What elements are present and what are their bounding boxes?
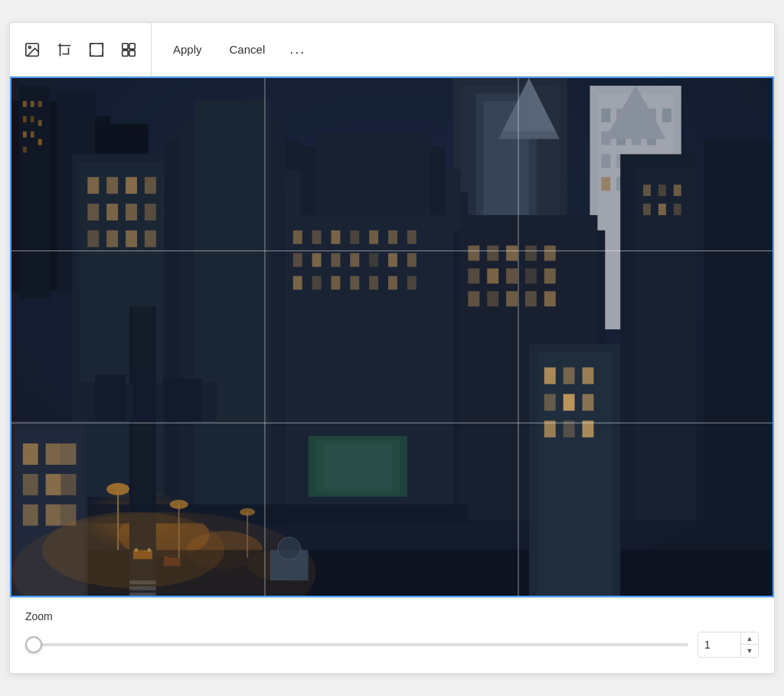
zoom-input-container: 1 ▲ ▼ <box>697 632 759 658</box>
svg-rect-6 <box>129 43 135 48</box>
apply-button[interactable]: Apply <box>159 37 216 62</box>
image-tool-button[interactable] <box>18 35 47 64</box>
svg-rect-178 <box>583 394 594 411</box>
svg-rect-174 <box>564 368 575 384</box>
zoom-decrement-button[interactable]: ▼ <box>741 645 758 657</box>
svg-rect-185 <box>129 587 156 590</box>
bottom-controls: Zoom 1 ▲ ▼ <box>10 597 774 673</box>
svg-rect-172 <box>537 352 612 596</box>
zoom-value-input[interactable]: 1 <box>698 634 740 655</box>
svg-rect-177 <box>564 394 575 411</box>
svg-rect-180 <box>564 420 575 437</box>
city-image <box>11 78 773 596</box>
svg-rect-176 <box>544 394 556 411</box>
svg-rect-181 <box>583 420 594 437</box>
svg-point-1 <box>28 46 31 48</box>
zoom-slider[interactable] <box>25 643 688 646</box>
multi-tool-button[interactable] <box>114 35 143 64</box>
svg-rect-173 <box>544 368 556 384</box>
svg-rect-184 <box>129 580 156 584</box>
toolbar: Apply Cancel ... <box>10 23 774 77</box>
svg-point-183 <box>278 537 301 560</box>
tool-icon-group <box>10 23 152 76</box>
toolbar-actions: Apply Cancel ... <box>152 23 324 76</box>
svg-rect-179 <box>544 420 556 437</box>
svg-rect-186 <box>129 593 156 596</box>
city-background-svg <box>11 78 773 596</box>
cancel-button[interactable]: Cancel <box>216 37 279 62</box>
image-icon <box>24 41 41 58</box>
crop-tool-button[interactable] <box>50 35 79 64</box>
editor-container: Apply Cancel ... <box>9 22 775 674</box>
more-button[interactable]: ... <box>279 35 316 64</box>
svg-rect-8 <box>129 50 135 55</box>
multi-icon <box>120 41 137 58</box>
svg-rect-7 <box>122 50 128 55</box>
zoom-row: 1 ▲ ▼ <box>25 632 759 658</box>
svg-rect-5 <box>122 43 128 48</box>
image-area[interactable] <box>10 77 774 597</box>
expand-tool-button[interactable] <box>82 35 111 64</box>
crop-icon <box>56 41 73 58</box>
svg-rect-4 <box>90 43 103 56</box>
zoom-increment-button[interactable]: ▲ <box>741 632 758 645</box>
svg-rect-170 <box>11 78 773 596</box>
zoom-spinners: ▲ ▼ <box>740 632 758 657</box>
zoom-label: Zoom <box>25 610 759 622</box>
expand-icon <box>88 41 105 58</box>
svg-rect-175 <box>583 368 594 384</box>
zoom-slider-container <box>25 643 688 646</box>
